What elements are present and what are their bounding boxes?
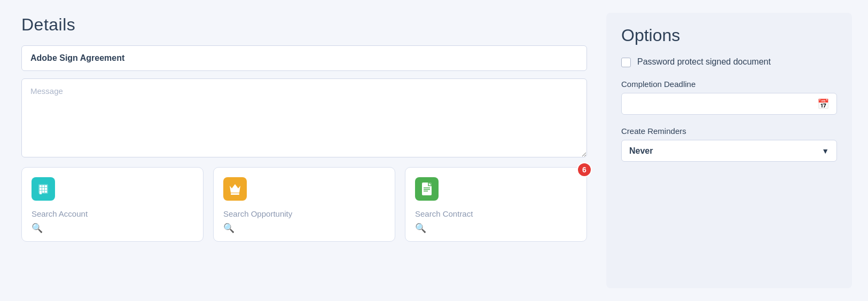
- password-protect-label: Password protect signed document: [637, 56, 771, 68]
- svg-rect-3: [45, 185, 47, 187]
- password-protect-checkbox[interactable]: [621, 58, 631, 67]
- reminders-select[interactable]: Never Every Day Every Week: [622, 140, 836, 161]
- deadline-input[interactable]: [622, 93, 810, 114]
- svg-rect-2: [42, 185, 44, 187]
- password-protect-row: Password protect signed document: [621, 56, 837, 68]
- svg-rect-6: [45, 188, 47, 190]
- svg-rect-7: [40, 191, 42, 194]
- contract-icon: [415, 177, 439, 201]
- svg-rect-5: [42, 188, 44, 190]
- create-reminders-group: Create Reminders Never Every Day Every W…: [621, 126, 837, 162]
- search-opportunity-icon: 🔍: [223, 223, 383, 234]
- search-account-card[interactable]: Search Account 🔍: [21, 167, 204, 242]
- svg-marker-10: [230, 184, 240, 193]
- completion-deadline-group: Completion Deadline 📅: [621, 80, 837, 115]
- svg-rect-4: [40, 188, 42, 190]
- create-reminders-label: Create Reminders: [621, 126, 837, 136]
- message-textarea[interactable]: [21, 78, 587, 157]
- search-cards-row: Search Account 🔍 Search Opportunity 🔍: [21, 167, 587, 242]
- svg-rect-1: [40, 185, 42, 187]
- reminders-select-wrap: Never Every Day Every Week ▼: [621, 140, 837, 162]
- options-title: Options: [621, 26, 837, 45]
- search-opportunity-label: Search Opportunity: [223, 209, 383, 218]
- svg-rect-9: [45, 191, 47, 193]
- search-contract-icon: 🔍: [415, 223, 575, 234]
- details-title: Details: [21, 15, 587, 35]
- search-account-icon: 🔍: [32, 223, 191, 234]
- calendar-icon[interactable]: 📅: [810, 98, 836, 110]
- opportunity-icon: [223, 177, 247, 201]
- deadline-input-wrap: 📅: [621, 93, 837, 115]
- details-section: Details: [21, 13, 587, 288]
- account-icon: [32, 177, 55, 201]
- contract-badge: 6: [577, 162, 592, 177]
- completion-deadline-label: Completion Deadline: [621, 80, 837, 89]
- agreement-name-input[interactable]: [21, 45, 587, 71]
- search-contract-label: Search Contract: [415, 209, 575, 218]
- svg-rect-8: [42, 191, 44, 193]
- main-container: Details: [0, 0, 868, 301]
- search-account-label: Search Account: [32, 209, 191, 218]
- svg-rect-11: [231, 193, 239, 195]
- options-section: Options Password protect signed document…: [606, 13, 852, 288]
- search-opportunity-card[interactable]: Search Opportunity 🔍: [213, 167, 395, 242]
- search-contract-card[interactable]: 6 Search Contract 🔍: [405, 167, 587, 242]
